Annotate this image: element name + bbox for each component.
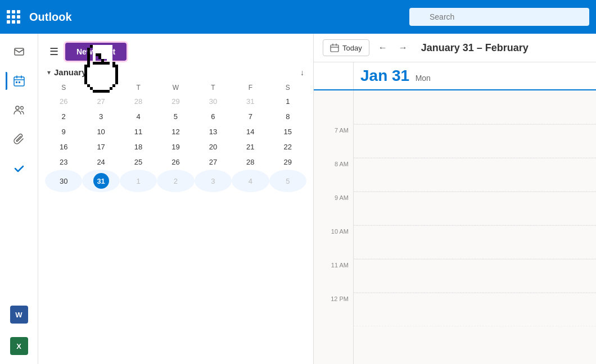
day-time-slot[interactable] — [354, 225, 596, 259]
word-app-icon: W — [10, 306, 28, 324]
mini-cal-back-button[interactable]: ↓ — [300, 68, 304, 77]
mini-cal-day[interactable]: 25 — [120, 154, 157, 170]
mini-cal-day[interactable]: 24 — [82, 154, 119, 170]
time-label: 12 PM — [331, 295, 349, 302]
mail-icon — [13, 46, 25, 57]
cal-nav-back-button[interactable]: ← — [374, 40, 392, 55]
mini-cal-day[interactable]: 2 — [157, 170, 194, 192]
mini-cal-day[interactable]: 7 — [232, 109, 269, 124]
mini-cal-day[interactable]: 15 — [269, 124, 306, 139]
cal-header-cols: Jan 31 Mon — [314, 62, 596, 90]
svg-rect-3 — [19, 81, 20, 83]
mini-cal-day[interactable]: 18 — [120, 139, 157, 154]
mini-cal-day[interactable]: 31 — [232, 94, 269, 109]
mini-cal-day[interactable]: 9 — [45, 124, 82, 139]
mini-cal-day[interactable]: 14 — [232, 124, 269, 139]
mini-cal-day[interactable]: 29 — [157, 94, 194, 109]
svg-rect-2 — [16, 81, 17, 83]
mini-cal-day[interactable]: 26 — [45, 94, 82, 109]
day-time-slot[interactable] — [354, 90, 596, 124]
day-time-slot[interactable] — [354, 158, 596, 192]
sidebar-item-excel[interactable]: X — [6, 333, 33, 360]
day-header-sun: S — [45, 81, 82, 94]
mini-cal-day[interactable]: 28 — [120, 94, 157, 109]
cal-nav-bar: Today ← → January 31 – February — [314, 34, 596, 62]
mini-cal-grid: S M T W T F S 26272829303112345678910111… — [45, 81, 306, 192]
calendar-panel: ☰ New event ▾ January ↓ S M T — [38, 34, 314, 364]
new-event-button[interactable]: New event — [65, 43, 127, 61]
mini-cal-expand-icon[interactable]: ▾ — [47, 69, 51, 76]
cal-nav-arrows: ← → — [374, 40, 412, 55]
day-time-slot[interactable] — [354, 124, 596, 158]
app-title: Outlook — [29, 11, 72, 24]
mini-cal-day[interactable]: 30 — [45, 170, 82, 192]
day-number: Jan 31 — [360, 67, 409, 84]
search-input[interactable] — [409, 8, 589, 26]
mini-cal-day[interactable]: 3 — [195, 170, 232, 192]
mini-cal-day[interactable]: 8 — [269, 109, 306, 124]
time-slot: 7 AM — [314, 124, 353, 158]
mini-cal-day[interactable]: 26 — [157, 154, 194, 170]
cal-nav-forward-button[interactable]: → — [394, 40, 412, 55]
mini-cal-day[interactable]: 20 — [195, 139, 232, 154]
time-slot: 8 AM — [314, 158, 353, 192]
day-time-slot[interactable] — [354, 192, 596, 225]
day-time-slot[interactable] — [354, 259, 596, 293]
sidebar-item-people[interactable] — [6, 97, 33, 124]
mini-cal-day[interactable]: 27 — [82, 94, 119, 109]
mini-cal-day[interactable]: 12 — [157, 124, 194, 139]
sidebar-item-word[interactable]: W — [6, 301, 33, 328]
main-layout: W X ☰ New event ▾ January ↓ — [0, 34, 596, 364]
mini-cal-day[interactable]: 3 — [82, 109, 119, 124]
mini-cal-day[interactable]: 10 — [82, 124, 119, 139]
time-slot: 10 AM — [314, 225, 353, 259]
mini-cal-day[interactable]: 5 — [269, 170, 306, 192]
attach-icon — [13, 133, 25, 145]
sidebar-item-attach[interactable] — [6, 126, 33, 153]
day-col-header: Jan 31 Mon — [353, 62, 596, 89]
mini-cal-day[interactable]: 23 — [45, 154, 82, 170]
mini-cal-day[interactable]: 17 — [82, 139, 119, 154]
cal-body: 7 AM8 AM9 AM10 AM11 AM12 PM — [314, 90, 596, 364]
mini-cal-day[interactable]: 28 — [232, 154, 269, 170]
mini-cal-day[interactable]: 2 — [45, 109, 82, 124]
hamburger-button[interactable]: ☰ — [47, 43, 61, 60]
time-gutter-header — [314, 62, 353, 89]
mini-cal-day[interactable]: 27 — [195, 154, 232, 170]
mini-cal-day[interactable]: 19 — [157, 139, 194, 154]
mini-cal-day[interactable]: 6 — [195, 109, 232, 124]
svg-point-5 — [20, 107, 23, 110]
panel-toolbar: ☰ New event — [38, 38, 313, 65]
svg-rect-6 — [331, 45, 338, 52]
mini-cal-day[interactable]: 1 — [120, 170, 157, 192]
app-launcher-icon[interactable] — [7, 10, 20, 24]
mini-cal-day[interactable]: 11 — [120, 124, 157, 139]
sidebar-item-calendar[interactable] — [6, 67, 33, 94]
mini-cal-day[interactable]: 1 — [269, 94, 306, 109]
today-button[interactable]: Today — [323, 39, 369, 56]
mini-cal-day[interactable]: 22 — [269, 139, 306, 154]
calendar-icon — [13, 75, 25, 87]
people-icon — [13, 104, 25, 116]
mini-cal-day[interactable]: 30 — [195, 94, 232, 109]
day-header-thu: T — [195, 81, 232, 94]
mini-cal-day[interactable]: 21 — [232, 139, 269, 154]
day-header-wed: W — [157, 81, 194, 94]
sidebar-item-mail[interactable] — [6, 38, 33, 65]
mini-cal-day[interactable]: 29 — [269, 154, 306, 170]
mini-cal-day[interactable]: 5 — [157, 109, 194, 124]
mini-cal-day[interactable]: 31 — [82, 170, 119, 192]
mini-cal-day[interactable]: 16 — [45, 139, 82, 154]
day-time-slot[interactable] — [354, 293, 596, 326]
sidebar-item-todo[interactable] — [6, 155, 33, 182]
today-label: Today — [342, 44, 362, 52]
mini-calendar: ▾ January ↓ S M T W T F — [38, 67, 313, 192]
mini-cal-day[interactable]: 4 — [120, 109, 157, 124]
mini-cal-day[interactable]: 4 — [232, 170, 269, 192]
mini-cal-day[interactable]: 13 — [195, 124, 232, 139]
day-header-sat: S — [269, 81, 306, 94]
time-slot: 11 AM — [314, 259, 353, 293]
mini-cal-header: ▾ January ↓ — [45, 67, 306, 77]
day-name: Mon — [416, 74, 431, 83]
time-label: 7 AM — [335, 127, 349, 134]
